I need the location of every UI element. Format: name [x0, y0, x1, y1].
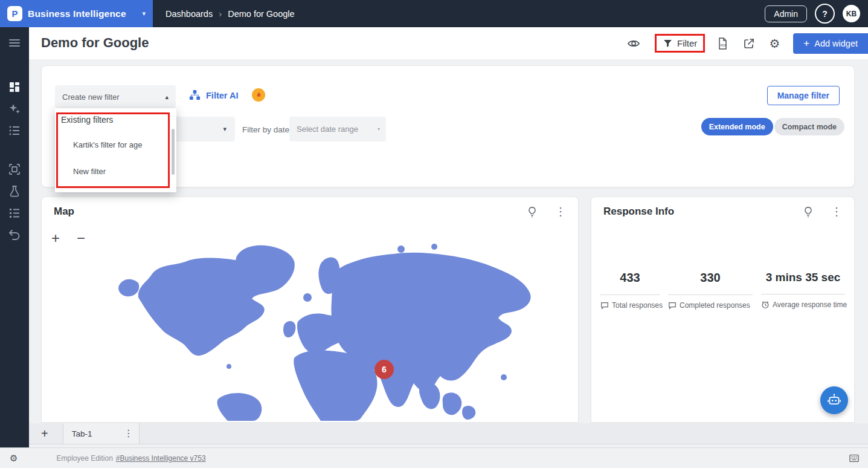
sidebar-item-reports[interactable]: [8, 206, 21, 219]
kebab-menu-icon[interactable]: ⋮: [555, 206, 566, 217]
breadcrumb-dashboards[interactable]: Dashboards: [166, 9, 213, 19]
dropdown-header: Existing filters: [61, 115, 113, 125]
caret-down-icon: ▾: [223, 125, 227, 133]
chat-icon: [668, 301, 677, 310]
lightbulb-icon[interactable]: [526, 206, 538, 218]
brand-menu[interactable]: P Business Intelligence ▾: [0, 0, 153, 27]
add-widget-button[interactable]: + Add widget: [793, 33, 868, 54]
export-pdf-icon[interactable]: PDF: [716, 37, 729, 50]
sidebar-item-dashboards[interactable]: [8, 80, 21, 94]
view-mode-toggle: Extended mode Compact mode: [701, 118, 844, 135]
sidebar-item-scan[interactable]: [8, 163, 21, 176]
filter-by-date-label: Filter by date: [242, 125, 289, 134]
tab-1[interactable]: Tab-1 ⋮: [63, 423, 140, 444]
brand-name: Business Intelligence: [28, 8, 126, 19]
filter-funnel-icon: [663, 38, 673, 48]
filter-ai-icon: [189, 89, 201, 101]
svg-text:6: 6: [382, 365, 387, 374]
stat-average-response-time: 3 mins 35 sec Average response time: [761, 271, 845, 310]
footer: ⚙ Employee Edition #Business Intelligenc…: [0, 447, 868, 468]
date-range-placeholder: Select date range: [297, 125, 358, 134]
lightbulb-icon[interactable]: [802, 206, 814, 218]
filter-ai-label: Filter AI: [206, 91, 238, 100]
chat-icon: [600, 301, 609, 310]
date-range-select[interactable]: Select date range ▾: [289, 117, 386, 141]
existing-filters-dropdown: Existing filters Kartik's filter for age…: [55, 108, 176, 192]
manage-filter-button[interactable]: Manage filter: [767, 86, 840, 105]
extended-mode-button[interactable]: Extended mode: [701, 118, 773, 135]
breadcrumb: Dashboards › Demo for Google: [166, 8, 295, 19]
edition-label: Employee Edition: [56, 454, 112, 463]
share-icon[interactable]: [742, 37, 756, 50]
page-title: Demo for Google: [41, 35, 149, 51]
preview-eye-icon[interactable]: [627, 37, 640, 50]
svg-text:PDF: PDF: [721, 44, 727, 47]
admin-button[interactable]: Admin: [765, 5, 807, 22]
filter-panel-card: Create new filter ▴ Filter AI Manage fil…: [41, 65, 855, 187]
sidebar: [0, 27, 29, 447]
brand-caret-icon: ▾: [142, 10, 146, 18]
zoom-in-button[interactable]: +: [51, 231, 60, 245]
stat-label: Completed responses: [680, 301, 750, 310]
world-map[interactable]: 6: [48, 226, 573, 423]
map-continents: [118, 244, 530, 421]
filter-ai-button[interactable]: Filter AI: [189, 89, 238, 101]
filter-annotation-box: Filter: [655, 34, 705, 53]
footer-widgets-icon[interactable]: [849, 453, 860, 464]
tab-kebab-menu-icon[interactable]: ⋮: [124, 429, 133, 438]
fire-badge-icon[interactable]: [252, 88, 265, 102]
ai-assistant-fab[interactable]: [820, 386, 848, 414]
sidebar-item-experiments[interactable]: [8, 184, 21, 198]
map-widget: Map ⋮ + −: [41, 197, 579, 423]
page-header: Demo for Google Filter PDF ⚙ + Add widge…: [29, 27, 868, 59]
sidebar-item-ai-sparkles[interactable]: [8, 102, 21, 115]
dropdown-item-kartiks-filter[interactable]: Kartik's filter for age: [73, 140, 142, 149]
stat-value: 3 mins 35 sec: [761, 271, 845, 294]
zoom-out-button[interactable]: −: [77, 231, 85, 245]
sidebar-item-undo[interactable]: [8, 228, 21, 241]
filter-button-label: Filter: [677, 38, 697, 48]
create-new-filter-label: Create new filter: [62, 93, 120, 102]
add-widget-label: Add widget: [814, 39, 858, 48]
map-widget-title: Map: [54, 206, 74, 218]
hamburger-menu-icon[interactable]: [8, 36, 21, 50]
response-widget-title: Response Info: [603, 206, 674, 218]
brand-logo-icon: P: [7, 6, 22, 21]
stat-total-responses: 433 Total responses: [600, 271, 660, 310]
caret-down-icon: ▾: [378, 126, 380, 132]
dashboard-settings-gear-icon[interactable]: ⚙: [769, 36, 780, 51]
response-stats: 433 Total responses 330 Completed respon…: [600, 271, 845, 310]
main-content: Demo for Google Filter PDF ⚙ + Add widge…: [29, 27, 868, 468]
avatar[interactable]: KB: [843, 5, 860, 22]
tab-label: Tab-1: [72, 429, 92, 438]
robot-icon: [826, 392, 842, 408]
help-button[interactable]: ?: [815, 4, 835, 24]
kebab-menu-icon[interactable]: ⋮: [831, 206, 842, 217]
stat-completed-responses: 330 Completed responses: [668, 271, 753, 310]
caret-up-icon: ▴: [165, 93, 169, 101]
response-info-widget: Response Info ⋮ 433 Total responses 330: [591, 197, 855, 423]
add-tab-button[interactable]: +: [37, 427, 52, 440]
map-marker[interactable]: 6: [375, 360, 394, 379]
top-bar: P Business Intelligence ▾ Dashboards › D…: [0, 0, 868, 27]
stat-label: Average response time: [773, 301, 847, 309]
sidebar-item-widget-list[interactable]: [8, 124, 21, 137]
breadcrumb-chevron-icon: ›: [219, 8, 222, 19]
stat-value: 330: [668, 271, 753, 295]
dropdown-item-new-filter[interactable]: New filter: [73, 167, 106, 176]
version-link[interactable]: #Business Intelligence v753: [116, 454, 206, 463]
create-new-filter-select[interactable]: Create new filter ▴: [55, 85, 176, 108]
breadcrumb-current: Demo for Google: [228, 9, 294, 19]
dashboard-tab-bar: + Tab-1 ⋮: [29, 423, 868, 444]
footer-settings-gear-icon[interactable]: ⚙: [10, 453, 18, 464]
filter-button[interactable]: Filter: [663, 38, 697, 48]
compact-mode-button[interactable]: Compact mode: [774, 118, 844, 135]
dropdown-scrollbar[interactable]: [172, 129, 175, 175]
plus-icon: +: [803, 37, 809, 50]
clock-icon: [761, 301, 770, 309]
stat-value: 433: [600, 271, 660, 295]
stat-label: Total responses: [612, 301, 663, 310]
